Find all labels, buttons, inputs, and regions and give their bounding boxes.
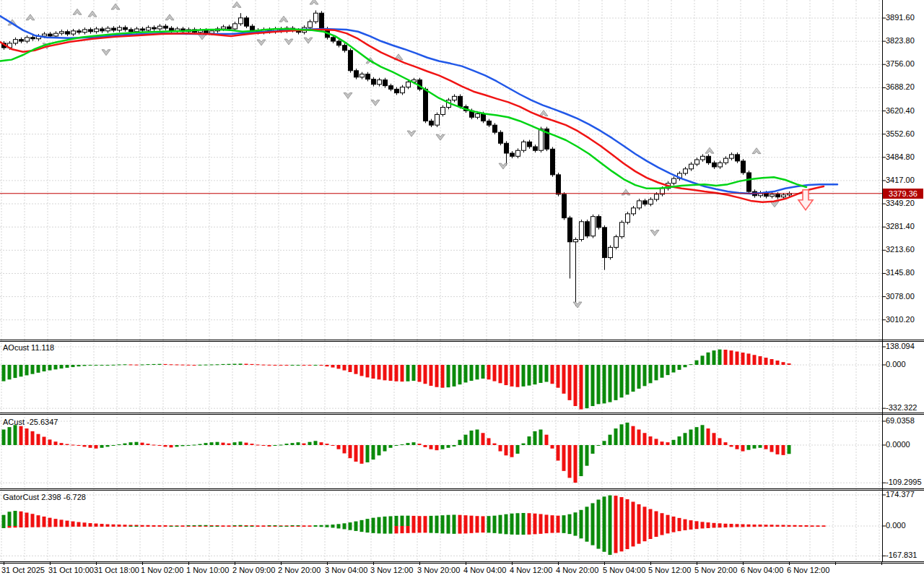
indicator-bar xyxy=(71,445,75,446)
candle-bearish xyxy=(395,89,399,92)
indicator-bar xyxy=(395,445,398,446)
indicator-bar xyxy=(689,520,693,526)
gator-indicator-panel[interactable] xyxy=(0,489,924,562)
candle-bearish xyxy=(89,30,93,32)
candle-bullish xyxy=(54,33,58,36)
candle-bullish xyxy=(71,31,76,34)
indicator-label-gatorcust: GatorCust 2.398 -6.728 xyxy=(3,493,86,501)
time-axis-tick xyxy=(419,562,420,565)
indicator-bar xyxy=(649,365,653,383)
indicator-bar xyxy=(112,525,116,526)
indicator-bar xyxy=(210,364,214,365)
candle-bearish xyxy=(100,29,105,31)
indicator-bar xyxy=(274,526,277,527)
indicator-bar xyxy=(591,445,595,454)
indicator-bar xyxy=(199,365,202,366)
indicator-bar xyxy=(620,526,624,551)
indicator-bar xyxy=(135,365,139,366)
indicator-bar xyxy=(678,526,681,531)
indicator-bar xyxy=(395,526,398,533)
indicator-bar xyxy=(302,444,306,445)
indicator-bar xyxy=(753,526,757,527)
indicator-bar xyxy=(19,512,23,526)
indicator-bar xyxy=(614,526,618,553)
indicator-bar xyxy=(66,521,69,526)
indicator-bar xyxy=(349,522,352,526)
indicator-bar xyxy=(626,423,629,445)
indicator-bar xyxy=(239,525,243,526)
indicator-bar xyxy=(580,445,583,476)
indicator-bar xyxy=(89,365,92,366)
candle-bearish xyxy=(227,27,232,29)
indicator-bar xyxy=(753,445,757,449)
indicator-bar xyxy=(551,526,554,533)
indicator-bar xyxy=(204,443,208,445)
fractal-down-icon xyxy=(102,50,110,56)
indicator-bar xyxy=(354,526,358,531)
panel-separator xyxy=(0,490,924,491)
indicator-bar xyxy=(620,365,624,397)
indicator-bar xyxy=(591,503,595,526)
indicator-bar xyxy=(649,436,653,445)
indicator-bar xyxy=(106,525,110,526)
indicator-bar xyxy=(447,526,450,534)
indicator-bar xyxy=(649,526,653,539)
indicator-bar xyxy=(505,514,508,526)
indicator-bar xyxy=(406,365,410,381)
candle-bearish xyxy=(383,80,388,86)
indicator-bar xyxy=(562,515,566,526)
candle-bearish xyxy=(776,194,780,197)
indicator-bar xyxy=(695,427,699,445)
indicator-bar xyxy=(14,511,17,526)
candle-bullish xyxy=(453,96,457,100)
indicator-bar xyxy=(199,444,202,445)
indicator-bar xyxy=(724,350,728,365)
indicator-bar xyxy=(412,516,416,526)
indicator-bar xyxy=(730,526,733,527)
indicator-bar xyxy=(759,526,762,527)
indicator-bar xyxy=(349,365,352,372)
indicator-bar xyxy=(701,522,705,526)
indicator-bar xyxy=(268,525,271,526)
indicator-bar xyxy=(291,525,295,526)
indicator-bar xyxy=(759,445,762,448)
main-price-chart[interactable] xyxy=(0,0,924,340)
time-axis-tick xyxy=(142,562,143,565)
indicator-bar xyxy=(510,445,514,457)
indicator-bar xyxy=(545,526,549,533)
indicator-bar xyxy=(418,526,422,532)
time-axis-tick xyxy=(373,562,374,565)
indicator-bar xyxy=(580,365,583,410)
indicator-bar xyxy=(285,365,289,366)
time-axis-tick xyxy=(604,562,605,565)
candle-bullish xyxy=(158,26,162,29)
indicator-bar xyxy=(782,362,785,365)
candle-bullish xyxy=(684,169,688,173)
time-tick-label: 3 Nov 20:00 xyxy=(417,566,460,574)
ao-indicator-panel[interactable] xyxy=(0,340,924,414)
indicator-bar xyxy=(285,526,289,527)
indicator-bar xyxy=(372,526,375,533)
candle-bullish xyxy=(106,28,110,31)
indicator-bar xyxy=(568,526,572,534)
candle-bullish xyxy=(672,178,676,184)
candle-bearish xyxy=(741,161,746,173)
ac-indicator-panel[interactable] xyxy=(0,414,924,489)
indicator-bar xyxy=(349,526,352,530)
indicator-bar xyxy=(574,526,578,536)
indicator-bar xyxy=(568,514,572,526)
time-tick-label: 6 Nov 12:00 xyxy=(787,566,829,574)
indicator-bar xyxy=(591,526,595,545)
indicator-bar xyxy=(441,515,445,526)
indicator-bar xyxy=(326,444,329,445)
indicator-bar xyxy=(181,526,185,527)
indicator-bar xyxy=(31,365,35,374)
indicator-bar xyxy=(597,500,601,526)
time-axis[interactable]: 31 Oct 202531 Oct 10:0031 Oct 18:001 Nov… xyxy=(0,564,924,578)
indicator-bar xyxy=(557,445,560,461)
indicator-bar xyxy=(655,365,658,380)
fractal-up-icon xyxy=(310,0,318,4)
indicator-bar xyxy=(730,445,733,447)
indicator-bar xyxy=(314,525,318,526)
candle-bullish xyxy=(591,217,596,236)
